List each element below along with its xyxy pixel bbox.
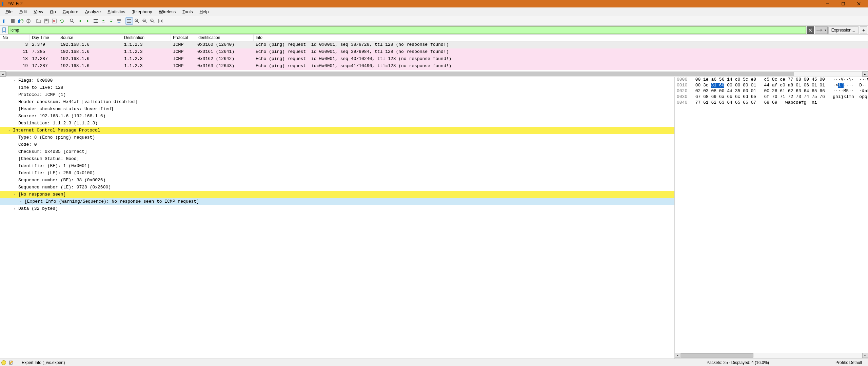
hex-row[interactable]: 0040 77 61 62 63 64 65 66 67 68 69 wabcd… [675,100,868,106]
column-header-destination[interactable]: Destination [122,35,171,41]
packet-row[interactable]: 1812.287192.168.1.61.1.2.3ICMP0x3162 (12… [0,56,868,63]
restart-capture-icon[interactable] [17,17,24,25]
menu-analyze[interactable]: Analyze [82,8,104,15]
hex-row[interactable]: 0010 00 3c 31 60 00 00 80 01 44 af c0 a8… [675,83,868,88]
hex-hscroll[interactable]: ◂ ▸ [675,353,868,359]
column-header-daytime[interactable]: Day Time [30,35,58,41]
detail-line[interactable]: Code: 0 [0,141,674,148]
go-first-icon[interactable] [100,17,107,25]
svg-line-30 [137,21,139,23]
minimize-button[interactable] [820,0,835,7]
zoom-reset-icon[interactable]: 1 [149,17,156,25]
packet-list-hscroll[interactable]: ◂ ▸ [0,71,868,77]
open-file-icon[interactable] [35,17,42,25]
packet-row[interactable]: 1917.287192.168.1.61.1.2.3ICMP0x3163 (12… [0,63,868,70]
colorize-icon[interactable] [125,17,133,25]
menu-statistics[interactable]: Statistics [104,8,129,15]
hex-row[interactable]: 0020 02 03 08 00 4d 35 00 01 00 26 61 62… [675,88,868,94]
detail-line[interactable]: Identifier (LE): 256 (0x0100) [0,169,674,177]
packet-row[interactable]: 32.379192.168.1.61.1.2.3ICMP0x3160 (1264… [0,41,868,48]
menu-capture[interactable]: Capture [59,8,82,15]
detail-line[interactable]: Flags: 0x0000 [0,77,674,84]
reload-icon[interactable] [58,17,66,25]
detail-line[interactable]: [Expert Info (Warning/Sequence): No resp… [0,198,674,205]
svg-line-43 [809,29,812,32]
window-titlebar: *Wi-Fi 2 [0,0,868,7]
packet-list[interactable]: 32.379192.168.1.61.1.2.3ICMP0x3160 (1264… [0,41,868,71]
packet-row[interactable]: 117.285192.168.1.61.1.2.3ICMP0x3161 (126… [0,48,868,56]
filter-toolbar: ▾ Expression… + [0,26,868,35]
detail-line[interactable]: Identifier (BE): 1 (0x0001) [0,162,674,169]
close-button[interactable] [851,0,867,7]
status-profile[interactable]: Profile: Default [832,359,868,366]
filter-add-button[interactable]: + [860,26,867,34]
detail-line[interactable]: Sequence number (LE): 9728 (0x2600) [0,184,674,191]
filter-clear-button[interactable] [807,26,814,34]
expert-status-icon[interactable] [1,360,6,365]
go-to-packet-icon[interactable] [92,17,99,25]
stop-capture-icon[interactable] [9,17,17,25]
menu-go[interactable]: Go [46,8,59,15]
filter-bookmark-icon[interactable] [1,27,7,34]
expression-button[interactable]: Expression… [828,26,859,34]
find-packet-icon[interactable] [68,17,76,25]
column-header-info[interactable]: Info [254,35,868,41]
menu-edit[interactable]: Edit [16,8,30,15]
detail-line[interactable]: Sequence number (BE): 38 (0x0026) [0,177,674,184]
menu-view[interactable]: View [30,8,46,15]
close-file-icon[interactable] [51,17,58,25]
menu-tools[interactable]: Tools [179,8,196,15]
edit-capture-comment-icon[interactable] [8,360,14,366]
hex-row[interactable]: 0030 67 68 69 6a 6b 6c 6d 6e 6f 70 71 72… [675,94,868,100]
detail-line[interactable]: Time to live: 128 [0,84,674,91]
menu-file[interactable]: File [2,8,16,15]
column-header-protocol[interactable]: Protocol [171,35,195,41]
column-header-identification[interactable]: Identification [195,35,254,41]
filter-apply-button[interactable]: ▾ [815,26,828,34]
detail-line[interactable]: Source: 192.168.1.6 (192.168.1.6) [0,113,674,120]
svg-point-6 [28,20,29,21]
packet-bytes-pane[interactable]: 0000 00 1e a6 56 14 c0 5c e0 c5 8c ce 77… [675,77,868,359]
packet-list-header: No Day Time Source Destination Protocol … [0,35,868,41]
zoom-out-icon[interactable] [141,17,149,25]
menu-help[interactable]: Help [196,8,212,15]
svg-rect-24 [117,20,121,21]
svg-line-3 [857,2,860,5]
go-last-icon[interactable] [107,17,115,25]
detail-line[interactable]: Type: 8 (Echo (ping) request) [0,134,674,141]
svg-line-34 [145,21,146,23]
detail-line[interactable]: [Header checksum status: Unverified] [0,105,674,113]
detail-line[interactable]: [No response seen] [0,191,674,198]
detail-line[interactable]: Header checksum: 0x44af [validation disa… [0,98,674,105]
scroll-right-icon[interactable]: ▸ [862,72,868,77]
go-back-icon[interactable] [76,17,84,25]
menu-telephony[interactable]: Telephony [129,8,155,15]
hex-scroll-right-icon[interactable]: ▸ [862,353,868,358]
save-file-icon[interactable] [43,17,50,25]
start-capture-icon[interactable] [1,17,9,25]
svg-rect-21 [102,22,105,22]
hex-row[interactable]: 0000 00 1e a6 56 14 c0 5c e0 c5 8c ce 77… [675,77,868,83]
capture-options-icon[interactable] [25,17,32,25]
auto-scroll-icon[interactable] [115,17,123,25]
detail-line[interactable]: Protocol: ICMP (1) [0,91,674,98]
hex-scroll-left-icon[interactable]: ◂ [675,353,680,358]
scroll-track[interactable] [6,72,862,77]
detail-line[interactable]: Checksum: 0x4d35 [correct] [0,148,674,155]
display-filter-input[interactable] [8,26,806,34]
detail-line[interactable]: Data (32 bytes) [0,205,674,212]
status-packets: Packets: 25 · Displayed: 4 (16.0%) [703,359,832,366]
svg-rect-28 [127,22,131,23]
scroll-left-icon[interactable]: ◂ [0,72,6,77]
maximize-button[interactable] [835,0,851,7]
resize-columns-icon[interactable] [157,17,164,25]
go-forward-icon[interactable] [84,17,92,25]
detail-line[interactable]: [Checksum Status: Good] [0,155,674,162]
detail-line[interactable]: Internet Control Message Protocol [0,127,674,134]
detail-line[interactable]: Destination: 1.1.2.3 (1.1.2.3) [0,120,674,127]
column-header-source[interactable]: Source [58,35,122,41]
packet-details-pane[interactable]: Flags: 0x0000Time to live: 128Protocol: … [0,77,675,359]
zoom-in-icon[interactable] [133,17,141,25]
column-header-no[interactable]: No [0,35,30,41]
menu-wireless[interactable]: Wireless [156,8,179,15]
